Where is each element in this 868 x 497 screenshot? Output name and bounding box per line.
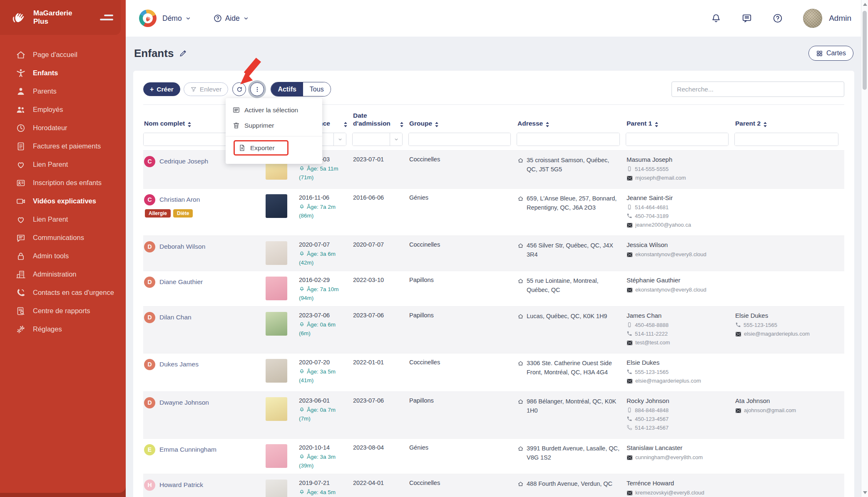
- child-photo: [266, 312, 287, 336]
- plus-icon: +: [150, 86, 154, 93]
- sort-icon[interactable]: [187, 121, 192, 127]
- column-header-5[interactable]: Adresse: [517, 108, 626, 131]
- sidebar-item-label: Factures et paiements: [33, 142, 101, 151]
- admission-cell: 2022-03-10: [352, 271, 408, 306]
- sidebar-item-clock[interactable]: Horodateur: [0, 119, 126, 137]
- parent-name: Elsie Dukes: [735, 312, 839, 319]
- sidebar-item-invoice[interactable]: Factures et paiements: [0, 137, 126, 156]
- org-selector[interactable]: Démo: [162, 14, 192, 23]
- sidebar-item-report[interactable]: Centre de rapports: [0, 302, 126, 320]
- sidebar-item-building[interactable]: Administration: [0, 265, 126, 284]
- status-badge: Diète: [173, 209, 193, 218]
- table-row: D Dukes James 2020-07-20 Âge: 3a 5m (41m…: [143, 353, 844, 391]
- filter-parent2-input[interactable]: [735, 133, 838, 146]
- filter-tous[interactable]: Tous: [303, 82, 331, 96]
- menu-item-0[interactable]: Activer la sélection: [226, 102, 322, 118]
- sidebar-item-label: Enfants: [33, 69, 58, 77]
- user-name[interactable]: Admin: [829, 14, 851, 23]
- sidebar-item-child[interactable]: Enfants: [0, 64, 126, 82]
- bell-icon: [299, 204, 305, 210]
- edit-pencil-icon[interactable]: [179, 49, 188, 58]
- child-name-link[interactable]: Dukes James: [159, 361, 199, 368]
- sidebar-item-people[interactable]: Employés: [0, 101, 126, 119]
- parent-email: mjoseph@email.com: [627, 175, 729, 181]
- page-title: Enfants: [134, 47, 188, 60]
- sidebar-item-home[interactable]: Page d'accueil: [0, 46, 126, 64]
- mail-icon: [627, 252, 633, 257]
- parent1-cell: Elsie Dukes 555-123-1565 elsie@magarderi…: [626, 354, 734, 391]
- mail-icon: [627, 222, 633, 227]
- search-input[interactable]: [672, 82, 844, 97]
- name-cell: H Howard Patrick: [143, 474, 265, 497]
- sidebar-item-heart[interactable]: Lien Parent: [0, 156, 126, 174]
- parent2-cell: [734, 439, 844, 474]
- parent-phone: 555-123-1565: [627, 369, 729, 375]
- child-initial-avatar: D: [144, 277, 155, 288]
- age-months: (94m): [299, 295, 347, 301]
- create-button[interactable]: +Créer: [143, 82, 180, 96]
- parent-email: ekonstantynov@every8.cloud: [627, 251, 729, 257]
- column-header-4[interactable]: Groupe: [408, 108, 517, 131]
- sort-icon[interactable]: [545, 121, 550, 127]
- child-name-link[interactable]: Emma Cunningham: [159, 446, 216, 453]
- filter-address-input[interactable]: [517, 133, 619, 146]
- filter-admission-input[interactable]: [353, 133, 390, 146]
- column-header-7[interactable]: Parent 2: [734, 108, 844, 131]
- sort-icon[interactable]: [399, 121, 404, 127]
- menu-item-1[interactable]: Supprimer: [226, 118, 322, 133]
- status-filter-toggle: Actifs Tous: [271, 82, 331, 96]
- sidebar-item-label: Horodateur: [33, 124, 67, 132]
- refresh-button[interactable]: [232, 82, 246, 96]
- sidebar-item-phonewave[interactable]: Contacts en cas d'urgence: [0, 284, 126, 302]
- phone-icon: [627, 331, 632, 336]
- child-name-link[interactable]: Howard Patrick: [159, 481, 203, 489]
- filter-actifs[interactable]: Actifs: [271, 82, 303, 96]
- messages-icon[interactable]: [741, 13, 752, 24]
- cards-view-button[interactable]: Cartes: [808, 46, 853, 61]
- child-name-link[interactable]: Cedrique Joseph: [159, 158, 208, 165]
- name-cell: D Deborah Wilson: [143, 236, 265, 271]
- more-actions-button[interactable]: [250, 82, 264, 96]
- sort-icon[interactable]: [654, 121, 659, 127]
- sidebar-item-person[interactable]: Parents: [0, 82, 126, 101]
- parent1-cell: James Chan 450-458-8888 514-111-2222 tes…: [626, 307, 734, 353]
- sort-icon[interactable]: [343, 121, 348, 127]
- user-avatar[interactable]: [803, 9, 822, 28]
- scroll-down-arrow-icon[interactable]: [863, 491, 867, 494]
- child-name-link[interactable]: Deborah Wilson: [159, 243, 205, 250]
- column-header-6[interactable]: Parent 1: [626, 108, 734, 131]
- house-icon: [517, 481, 524, 487]
- group-cell: Coccinelles: [408, 474, 517, 497]
- vertical-scrollbar[interactable]: [861, 0, 868, 497]
- home-icon: [16, 50, 26, 60]
- child-name-link[interactable]: Dilan Chan: [159, 314, 192, 321]
- column-header-3[interactable]: Date d'admission: [352, 108, 408, 131]
- notifications-bell-icon[interactable]: [711, 13, 721, 24]
- sort-icon[interactable]: [763, 121, 768, 127]
- filter-parent1-input[interactable]: [626, 133, 728, 146]
- sidebar-item-gears[interactable]: Réglages: [0, 320, 126, 339]
- sort-icon[interactable]: [434, 121, 439, 127]
- filter-birthdate-dropdown-toggle[interactable]: [333, 133, 346, 146]
- menu-item-exporter[interactable]: Exporter: [226, 141, 322, 158]
- parent2-cell: [734, 236, 844, 271]
- sidebar-item-chat[interactable]: Communications: [0, 229, 126, 247]
- hamburger-menu-icon[interactable]: [99, 12, 113, 23]
- scroll-up-arrow-icon[interactable]: [863, 3, 867, 6]
- sidebar-item-video[interactable]: Vidéos explicatives: [0, 192, 126, 210]
- remove-filter-button[interactable]: Enlever: [184, 82, 229, 96]
- help-icon[interactable]: [772, 13, 783, 24]
- filter-admission-dropdown-toggle[interactable]: [390, 133, 402, 146]
- sidebar-item-idcard[interactable]: Inscription des enfants: [0, 174, 126, 192]
- child-name-link[interactable]: Diane Gauthier: [159, 278, 203, 286]
- sidebar-item-lock[interactable]: Admin tools: [0, 247, 126, 265]
- help-menu[interactable]: Aide: [213, 14, 249, 23]
- bell-icon: [299, 454, 305, 460]
- address-cell: 456 Silver Str, Québec, QC, J4X 3R4: [517, 236, 626, 271]
- sidebar-item-heart[interactable]: Lien Parent: [0, 210, 126, 229]
- child-name-link[interactable]: Dwayne Johnson: [159, 399, 209, 406]
- scrollbar-thumb[interactable]: [863, 11, 867, 90]
- name-cell: D Dukes James: [143, 354, 265, 391]
- child-name-link[interactable]: Christian Aron: [159, 196, 200, 203]
- filter-group-input[interactable]: [409, 133, 510, 146]
